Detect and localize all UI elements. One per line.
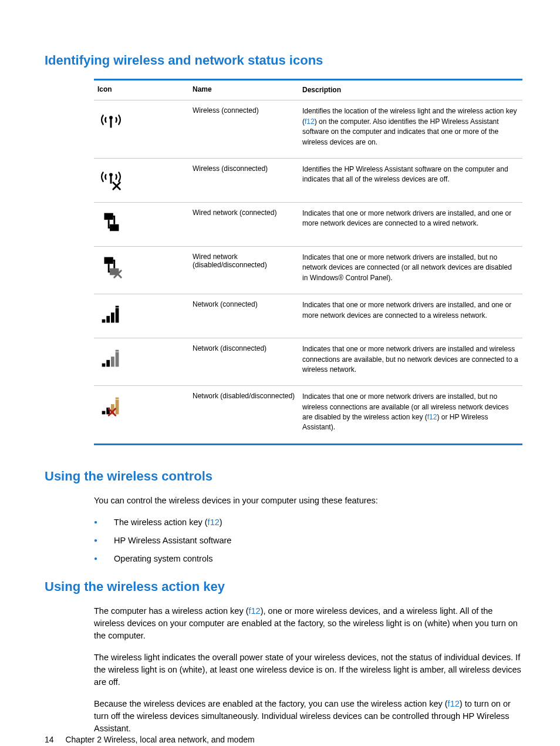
cell-desc: Identifies the HP Wireless Assistant sof… xyxy=(299,158,522,202)
svg-rect-7 xyxy=(110,224,119,231)
svg-rect-21 xyxy=(116,350,119,352)
svg-rect-26 xyxy=(116,398,119,399)
list-item: HP Wireless Assistant software xyxy=(94,535,522,547)
heading-using-action-key: Using the wireless action key xyxy=(45,579,515,594)
svg-rect-6 xyxy=(104,213,113,220)
page-number: 14 xyxy=(45,735,54,744)
controls-list: The wireless action key (f12) HP Wireles… xyxy=(94,516,522,565)
col-header-desc: Description xyxy=(299,80,522,100)
svg-rect-12 xyxy=(102,320,106,323)
svg-rect-14 xyxy=(111,312,114,322)
cell-desc: Indicates that one or more network drive… xyxy=(299,246,522,294)
wireless-disconnected-icon xyxy=(97,164,124,191)
cell-desc: Indicates that one or more network drive… xyxy=(299,202,522,246)
cell-desc: Indicates that one or more network drive… xyxy=(299,386,522,445)
table-row: Network (connected) Indicates that one o… xyxy=(94,294,522,338)
cell-desc: Identifies the location of the wireless … xyxy=(299,100,522,159)
svg-rect-8 xyxy=(104,257,113,264)
table-row: Network (disconnected) Indicates that on… xyxy=(94,338,522,386)
svg-rect-25 xyxy=(116,400,119,415)
status-icons-table: Icon Name Description xyxy=(94,79,522,445)
cell-name: Network (connected) xyxy=(189,294,299,338)
page-footer: 14 Chapter 2 Wireless, local area networ… xyxy=(45,735,255,744)
col-header-icon: Icon xyxy=(94,80,189,100)
table-row: Wired network (connected) Indicates that… xyxy=(94,202,522,246)
svg-rect-1 xyxy=(110,119,112,127)
list-item: Operating system controls xyxy=(94,553,522,565)
cell-name: Wired network (connected) xyxy=(189,202,299,246)
cell-desc: Indicates that one or more network drive… xyxy=(299,338,522,386)
svg-rect-22 xyxy=(102,411,106,415)
network-disabled-icon xyxy=(97,392,124,419)
wired-connected-icon xyxy=(97,209,124,236)
cell-name: Network (disconnected) xyxy=(189,338,299,386)
cell-name: Wireless (connected) xyxy=(189,100,299,159)
actionkey-p3: Because the wireless devices are enabled… xyxy=(94,698,522,735)
cell-name: Wired network (disabled/disconnected) xyxy=(189,246,299,294)
svg-rect-17 xyxy=(102,364,106,367)
heading-identifying-icons: Identifying wireless and network status … xyxy=(45,53,515,68)
svg-rect-16 xyxy=(116,306,119,308)
table-row: Wireless (disconnected) Identifies the H… xyxy=(94,158,522,202)
svg-rect-19 xyxy=(111,357,114,367)
cell-desc: Indicates that one or more network drive… xyxy=(299,294,522,338)
wireless-connected-icon xyxy=(97,106,124,133)
network-disconnected-icon xyxy=(97,344,124,371)
svg-rect-20 xyxy=(116,352,119,367)
svg-rect-18 xyxy=(106,360,110,367)
col-header-name: Name xyxy=(189,80,299,100)
table-row: Wired network (disabled/disconnected) In… xyxy=(94,246,522,294)
cell-name: Wireless (disconnected) xyxy=(189,158,299,202)
table-row: Wireless (connected) Identifies the loca… xyxy=(94,100,522,159)
controls-intro: You can control the wireless devices in … xyxy=(94,495,522,507)
table-row: Network (disabled/disconnected) Indicate… xyxy=(94,386,522,445)
actionkey-p1: The computer has a wireless action key (… xyxy=(94,605,522,642)
chapter-title: Chapter 2 Wireless, local area network, … xyxy=(65,735,254,744)
actionkey-p2: The wireless light indicates the overall… xyxy=(94,651,522,688)
heading-using-controls: Using the wireless controls xyxy=(45,469,515,484)
svg-rect-3 xyxy=(110,176,112,183)
wired-disabled-icon xyxy=(97,253,124,280)
svg-rect-15 xyxy=(116,308,119,323)
list-item: The wireless action key (f12) xyxy=(94,516,522,529)
network-connected-icon xyxy=(97,300,124,327)
svg-rect-13 xyxy=(106,316,110,323)
cell-name: Network (disabled/disconnected) xyxy=(189,386,299,445)
